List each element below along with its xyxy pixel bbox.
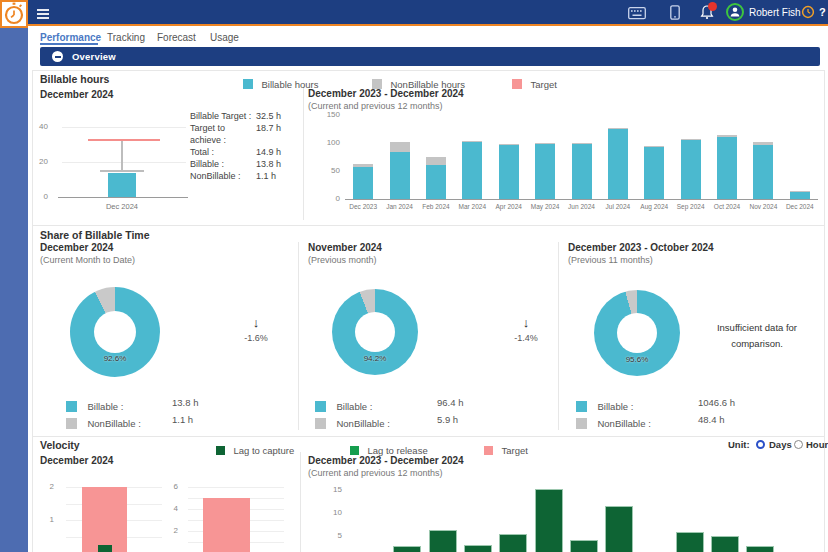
target-swatch bbox=[512, 79, 522, 89]
donut3-legend-billable[interactable]: Billable : bbox=[576, 396, 633, 414]
nonbillable-bar bbox=[681, 139, 701, 140]
legend-label: Billable : bbox=[336, 401, 372, 412]
legend-label: NonBillable : bbox=[87, 418, 140, 429]
help-button[interactable]: ? bbox=[819, 6, 826, 18]
donut-hole bbox=[617, 313, 657, 353]
y-tick: 0 bbox=[320, 194, 340, 203]
legend-label: Target bbox=[530, 79, 556, 90]
billable-swatch bbox=[243, 79, 253, 89]
hamburger-icon bbox=[36, 8, 50, 20]
lag-to-capture-bar bbox=[570, 540, 598, 552]
lag-to-capture-bar bbox=[676, 532, 704, 552]
down-arrow-icon: ↓ bbox=[506, 315, 546, 330]
legend-velocity-target[interactable]: Target bbox=[484, 440, 528, 458]
divider bbox=[300, 452, 301, 552]
velocity-release-chart bbox=[188, 480, 288, 552]
x-tick: Oct 2024 bbox=[709, 203, 745, 210]
donut1-legend-nonbillable[interactable]: NonBillable : bbox=[66, 413, 141, 431]
billable-section-title: Billable hours bbox=[40, 73, 109, 85]
nonbillable-bar bbox=[426, 157, 446, 165]
nonbillable-swatch bbox=[66, 418, 77, 429]
lag-to-capture-bar bbox=[464, 545, 492, 552]
hamburger-menu-button[interactable] bbox=[36, 6, 50, 24]
left-sidebar bbox=[0, 26, 28, 552]
divider bbox=[32, 436, 824, 437]
billable-current-chart bbox=[62, 112, 186, 198]
billable-bar bbox=[108, 173, 136, 197]
user-avatar[interactable] bbox=[726, 3, 744, 25]
x-tick: Dec 2024 bbox=[97, 202, 147, 211]
notifications-button[interactable] bbox=[700, 4, 714, 24]
lag-to-capture-bar bbox=[605, 506, 633, 552]
divider bbox=[558, 242, 559, 430]
x-tick: Apr 2024 bbox=[491, 203, 527, 210]
tab-performance[interactable]: Performance bbox=[40, 32, 101, 43]
stat-value: 14.9 h bbox=[256, 146, 306, 158]
donut2-legend-billable[interactable]: Billable : bbox=[315, 396, 372, 414]
stat-value: 1.1 h bbox=[256, 170, 306, 182]
target-swatch bbox=[484, 446, 493, 455]
billable-bar bbox=[644, 146, 664, 199]
donut1-legend-billable[interactable]: Billable : bbox=[66, 396, 123, 414]
billable-bar bbox=[753, 145, 773, 199]
billable-swatch bbox=[315, 401, 326, 412]
billable-bar bbox=[681, 139, 701, 199]
legend-lag-to-capture[interactable]: Lag to capture bbox=[216, 440, 294, 458]
y-tick: 2 bbox=[168, 526, 178, 535]
lag-to-capture-bar bbox=[393, 546, 421, 552]
donut-hole bbox=[94, 311, 136, 353]
x-tick: Mar 2024 bbox=[454, 203, 490, 210]
y-tick: 20 bbox=[34, 157, 48, 166]
x-tick: May 2024 bbox=[527, 203, 563, 210]
unit-hours-radio[interactable] bbox=[794, 440, 803, 449]
gridline bbox=[62, 127, 186, 128]
y-tick: 4 bbox=[168, 504, 178, 513]
tab-forecast[interactable]: Forecast bbox=[157, 32, 196, 43]
timer-quick-button[interactable] bbox=[801, 5, 815, 23]
legend-target[interactable]: Target bbox=[512, 74, 557, 92]
x-tick: Jan 2024 bbox=[381, 203, 417, 210]
terminal-keypad-button[interactable] bbox=[628, 6, 646, 24]
unit-days-radio[interactable] bbox=[756, 440, 765, 449]
y-tick: 1 bbox=[44, 515, 54, 524]
billable-stats: Billable Target :32.5 h Target to achiev… bbox=[190, 110, 320, 182]
user-name[interactable]: Robert Fish bbox=[749, 7, 801, 18]
share-card2-title: November 2024 bbox=[308, 242, 382, 253]
nonbillable-bar bbox=[717, 135, 737, 137]
legend-label: NonBillable : bbox=[597, 418, 650, 429]
stat-value: 13.8 h bbox=[256, 158, 306, 170]
collapse-icon[interactable] bbox=[52, 51, 63, 62]
keypad-icon bbox=[628, 7, 646, 20]
legend-label: Billable : bbox=[597, 401, 633, 412]
tab-usage[interactable]: Usage bbox=[210, 32, 239, 43]
unit-hours-label[interactable]: Hours bbox=[806, 439, 828, 450]
app-logo[interactable] bbox=[0, 0, 28, 28]
overview-label: Overview bbox=[72, 51, 116, 62]
donut3-legend-nonbillable[interactable]: NonBillable : bbox=[576, 413, 651, 431]
unit-days-label[interactable]: Days bbox=[769, 439, 792, 450]
donut2-legend-nonbillable[interactable]: NonBillable : bbox=[315, 413, 390, 431]
velocity-yearly-chart bbox=[348, 460, 818, 552]
total-marker bbox=[100, 170, 144, 172]
lag-to-capture-bar bbox=[746, 546, 774, 552]
y-tick: 100 bbox=[320, 138, 340, 147]
billable-swatch bbox=[576, 401, 587, 412]
stat-label: NonBillable : bbox=[190, 170, 256, 182]
legend-label: Target bbox=[501, 445, 527, 456]
nonbillable-swatch bbox=[576, 418, 587, 429]
nonbillable-bar bbox=[608, 128, 628, 129]
donut-percent-label: 95.6% bbox=[617, 355, 657, 364]
legend-value: 1.1 h bbox=[172, 414, 193, 425]
x-tick: Jun 2024 bbox=[563, 203, 599, 210]
tab-tracking[interactable]: Tracking bbox=[107, 32, 145, 43]
y-tick: 10 bbox=[326, 508, 342, 517]
lag-to-capture-bar bbox=[499, 534, 527, 552]
phone-icon bbox=[670, 5, 680, 20]
y-tick: 15 bbox=[326, 485, 342, 494]
x-axis bbox=[345, 199, 818, 200]
nonbillable-bar bbox=[535, 143, 555, 144]
mobile-app-button[interactable] bbox=[670, 5, 680, 24]
y-tick: 150 bbox=[320, 110, 340, 119]
overview-section-header[interactable]: Overview bbox=[40, 47, 820, 66]
billable-bar bbox=[390, 152, 410, 199]
